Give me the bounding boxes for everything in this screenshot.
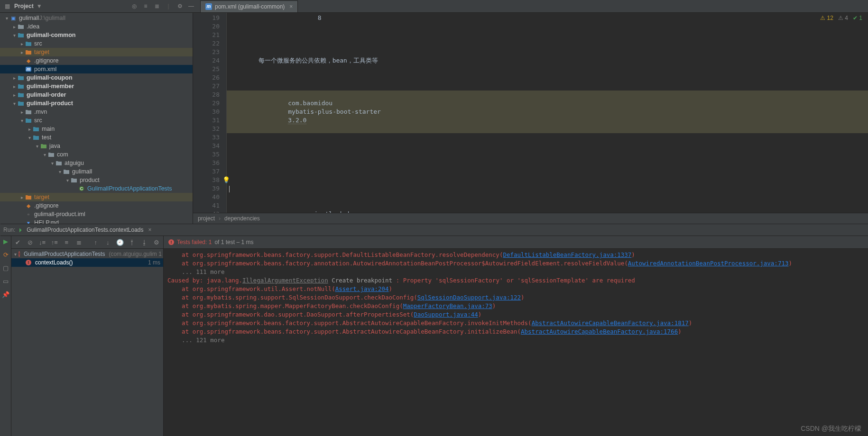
run-label: Run: (3, 227, 15, 233)
project-toolbar: ▦ Project ▼ ◎ ≡ ≣ | ⚙ — (0, 0, 198, 13)
tree-node[interactable]: ▾product (0, 176, 193, 184)
run-config-icon: ⏵ (18, 227, 24, 233)
layout-icon[interactable]: ▭ (2, 278, 9, 285)
test-gear-icon[interactable]: ⚙ (153, 239, 160, 246)
tree-node[interactable]: ▸target (0, 193, 193, 201)
chevron-right-icon: › (219, 215, 221, 222)
tree-node[interactable]: ▸target (0, 48, 193, 56)
tree-node[interactable]: ▾atguigu (0, 159, 193, 167)
run-toolwindow-header: Run: ⏵ GulimallProductApplicationTests.c… (0, 224, 868, 236)
maven-file-icon: m (205, 3, 212, 10)
close-tab-icon[interactable]: × (289, 3, 293, 10)
close-run-tab-icon[interactable]: × (148, 227, 152, 233)
prev-icon[interactable]: ↑ (92, 239, 100, 246)
tree-node[interactable]: ▾java (0, 142, 193, 150)
tree-node[interactable]: ▾gulimall-product (0, 99, 193, 108)
watermark: CSDN @我生吃柠檬 (801, 425, 861, 433)
editor-tabbar: m pom.xml (gulimall-common) × (198, 0, 868, 13)
test-output-panel: ! Tests failed: 1 of 1 test – 1 ms at or… (164, 236, 868, 436)
editor-tab-pom[interactable]: m pom.xml (gulimall-common) × (200, 0, 298, 12)
toggle-auto-icon[interactable]: ⟳ (2, 251, 9, 259)
breadcrumb-item[interactable]: dependencies (224, 215, 260, 222)
error-icon: ! (18, 251, 20, 257)
tree-node[interactable]: ▸gulimall-member (0, 82, 193, 91)
typo-indicator[interactable]: ✔ 1 (853, 15, 862, 21)
test-root[interactable]: ▾ ! GulimallProductApplicationTests (com… (11, 250, 163, 258)
tree-node[interactable]: CGulimallProductApplicationTests (0, 184, 193, 193)
project-panel-title[interactable]: Project (14, 3, 34, 9)
run-config-name[interactable]: GulimallProductApplicationTests.contextL… (27, 227, 143, 233)
locate-icon[interactable]: ◎ (130, 2, 139, 10)
tree-node[interactable]: ◆.gitignore (0, 56, 193, 65)
collapse-all-icon[interactable]: ≣ (153, 2, 161, 10)
tree-node[interactable]: ▸src (0, 39, 193, 48)
error-icon: ! (168, 239, 174, 245)
warning-indicator[interactable]: ⚠ 12 (820, 15, 833, 21)
tree-node[interactable]: ▾▣gulimall J:\gulimall (0, 14, 193, 22)
next-icon[interactable]: ↓ (104, 239, 111, 246)
tree-node[interactable]: ▾gulimall-common (0, 31, 193, 39)
collapse-icon[interactable]: ≣ (75, 239, 83, 246)
show-passed-icon[interactable]: ✔ (14, 239, 22, 246)
tree-node[interactable]: ▾gulimall (0, 167, 193, 176)
tree-node[interactable]: ▾test (0, 133, 193, 142)
test-tree-panel: ✔ ⊘ ↓≡ ↑≡ ≡ ≣ ↑ ↓ 🕘 ⭱ ⭳ ⚙ (11, 236, 164, 436)
rerun-icon[interactable]: ▶ (2, 238, 9, 245)
stop-icon[interactable]: ▢ (2, 264, 9, 272)
tree-node[interactable]: ▸main (0, 125, 193, 133)
export-icon[interactable]: ⭱ (129, 239, 136, 246)
tree-node[interactable]: ▾src (0, 116, 193, 125)
editor-breadcrumb[interactable]: project › dependencies (193, 213, 868, 224)
tree-node[interactable]: ▸gulimall-coupon (0, 73, 193, 82)
weak-warning-indicator[interactable]: ⚠ 4 (838, 15, 848, 21)
sort2-icon[interactable]: ↑≡ (51, 239, 58, 246)
pin-icon[interactable]: 📌 (2, 291, 9, 299)
expand-icon[interactable]: ≡ (63, 239, 71, 246)
hide-icon[interactable]: — (187, 2, 195, 10)
breadcrumb-item[interactable]: project (198, 215, 215, 222)
project-view-icon[interactable]: ▦ (3, 2, 11, 10)
import-icon[interactable]: ⭳ (141, 239, 148, 246)
tree-node[interactable]: ▸.mvn (0, 108, 193, 116)
inspection-indicators[interactable]: ⚠ 12 ⚠ 4 ✔ 1 (820, 15, 862, 21)
gear-icon[interactable]: ⚙ (175, 2, 184, 10)
error-icon: ! (26, 260, 31, 265)
tree-node[interactable]: mpom.xml (0, 65, 193, 73)
tests-failed-label: Tests failed: 1 (177, 239, 212, 245)
tree-node[interactable]: ▫gulimall-product.iml (0, 210, 193, 218)
expand-all-icon[interactable]: ≡ (141, 2, 150, 10)
editor-gutter[interactable]: 1920212223242526272829303132333435363738… (193, 13, 227, 213)
show-ignored-icon[interactable]: ⊘ (27, 239, 34, 246)
stacktrace[interactable]: at org.springframework.beans.factory.sup… (164, 249, 868, 346)
tree-node[interactable]: ◆.gitignore (0, 201, 193, 210)
tree-node[interactable]: ▸gulimall-order (0, 91, 193, 99)
editor-code[interactable]: 8 每一个微服务的公共依赖，bean，工具类等 com.baomidou myb… (227, 13, 868, 213)
editor-tab-label: pom.xml (gulimall-common) (215, 3, 285, 10)
tree-node[interactable]: ▾com (0, 150, 193, 159)
test-child[interactable]: ! contextLoads() 1 ms (11, 258, 163, 267)
tree-node[interactable]: ▸.idea (0, 22, 193, 31)
sort-icon[interactable]: ↓≡ (38, 239, 46, 246)
run-left-toolbar: ▶ ⟳ ▢ ▭ 📌 (0, 236, 11, 436)
history-icon[interactable]: 🕘 (116, 239, 124, 246)
